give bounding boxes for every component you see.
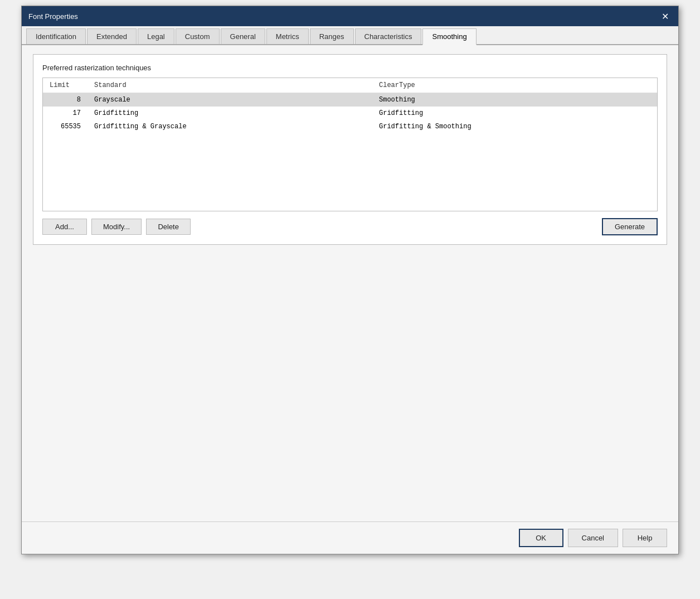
modify-button[interactable]: Modify... [91, 219, 142, 235]
tab-general[interactable]: General [221, 28, 265, 44]
cell-standard: Grayscale [88, 93, 372, 107]
cell-standard: Gridfitting [88, 107, 372, 120]
cancel-button[interactable]: Cancel [568, 529, 618, 547]
cell-limit: 65535 [43, 120, 88, 133]
tab-characteristics[interactable]: Characteristics [355, 28, 422, 44]
rasterization-table-container: Limit Standard ClearType 8 Grayscale Smo… [42, 78, 658, 211]
tab-legal[interactable]: Legal [138, 28, 174, 44]
rasterization-section: Preferred rasterization techniques Limit… [33, 54, 667, 245]
delete-button[interactable]: Delete [146, 219, 191, 235]
ok-button[interactable]: OK [519, 529, 563, 547]
left-buttons: Add... Modify... Delete [42, 219, 191, 235]
help-button[interactable]: Help [623, 529, 667, 547]
table-row[interactable]: 8 Grayscale Smoothing [43, 93, 657, 107]
table-header-row: Limit Standard ClearType [43, 78, 657, 93]
cell-cleartype: Gridfitting [372, 107, 657, 120]
cell-cleartype: Gridfitting & Smoothing [372, 120, 657, 133]
col-header-standard: Standard [88, 78, 372, 93]
table-row[interactable]: 17 Gridfitting Gridfitting [43, 107, 657, 120]
tab-ranges[interactable]: Ranges [310, 28, 354, 44]
close-button[interactable]: ✕ [658, 9, 672, 23]
tab-smoothing[interactable]: Smoothing [422, 28, 476, 45]
close-icon: ✕ [662, 11, 669, 22]
content-area: Preferred rasterization techniques Limit… [22, 45, 678, 254]
generate-button[interactable]: Generate [602, 218, 658, 235]
add-button[interactable]: Add... [42, 219, 87, 235]
table-row[interactable]: 65535 Gridfitting & Grayscale Gridfittin… [43, 120, 657, 133]
dialog-title: Font Properties [28, 12, 78, 21]
cell-cleartype: Smoothing [372, 93, 657, 107]
tab-custom[interactable]: Custom [176, 28, 220, 44]
action-buttons-row: Add... Modify... Delete Generate [42, 218, 658, 235]
titlebar: Font Properties ✕ [22, 6, 678, 26]
section-title: Preferred rasterization techniques [42, 64, 658, 72]
tab-bar: Identification Extended Legal Custom Gen… [22, 26, 678, 45]
rasterization-table: Limit Standard ClearType 8 Grayscale Smo… [43, 78, 657, 133]
font-properties-dialog: Font Properties ✕ Identification Extende… [21, 6, 679, 554]
cell-limit: 8 [43, 93, 88, 107]
col-header-limit: Limit [43, 78, 88, 93]
tab-identification[interactable]: Identification [26, 28, 86, 44]
cell-standard: Gridfitting & Grayscale [88, 120, 372, 133]
tab-metrics[interactable]: Metrics [266, 28, 309, 44]
dialog-footer: OK Cancel Help [22, 521, 678, 554]
tab-extended[interactable]: Extended [87, 28, 137, 44]
cell-limit: 17 [43, 107, 88, 120]
col-header-cleartype: ClearType [372, 78, 657, 93]
